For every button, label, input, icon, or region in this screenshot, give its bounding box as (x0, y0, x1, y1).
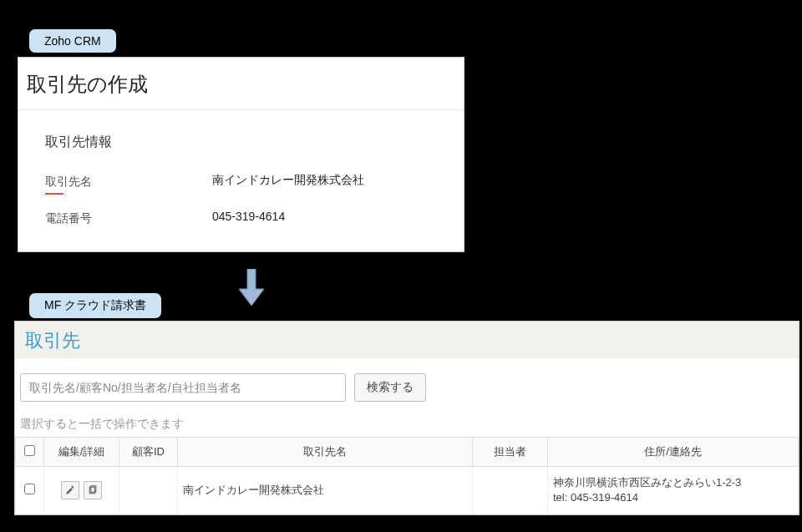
mf-hint-text: 選択すると一括で操作できます (15, 405, 799, 437)
mf-cloud-tag: MF クラウド請求書 (28, 292, 162, 319)
col-header-customer-id: 顧客ID (119, 438, 178, 467)
cell-name[interactable]: 南インドカレー開発株式会社 (178, 467, 473, 514)
zoho-field-name-label: 取引先名 (45, 173, 212, 195)
col-header-person: 担当者 (473, 438, 548, 467)
zoho-field-name-row: 取引先名 南インドカレー開発株式会社 (45, 173, 437, 195)
zoho-panel: 取引先の作成 取引先情報 取引先名 南インドカレー開発株式会社 電話番号 045… (18, 57, 464, 252)
search-input[interactable] (20, 373, 346, 402)
zoho-page-title: 取引先の作成 (18, 58, 464, 110)
select-all-checkbox[interactable] (24, 445, 35, 456)
col-header-checkbox (16, 438, 44, 467)
table-header-row: 編集/詳細 顧客ID 取引先名 担当者 住所/連絡先 (16, 438, 799, 467)
col-header-name: 取引先名 (178, 438, 473, 467)
pencil-icon (65, 485, 75, 495)
cell-customer-id (119, 467, 178, 514)
zoho-section: 取引先情報 取引先名 南インドカレー開発株式会社 電話番号 045-319-46… (18, 110, 464, 226)
mf-panel: 取引先 検索する 選択すると一括で操作できます 編集/詳細 顧客ID 取引先名 … (14, 321, 799, 515)
col-header-edit: 編集/詳細 (44, 438, 119, 467)
edit-button[interactable] (61, 481, 79, 499)
down-arrow-icon (239, 269, 264, 309)
row-checkbox[interactable] (24, 484, 35, 494)
search-button[interactable]: 検索する (354, 373, 426, 402)
zoho-field-phone-value[interactable]: 045-319-4614 (212, 210, 285, 223)
cell-person (473, 467, 548, 514)
address-line: 神奈川県横浜市西区みなとみらい1-2-3 (553, 475, 793, 490)
copy-icon (88, 485, 98, 495)
mf-page-title: 取引先 (25, 328, 789, 353)
detail-button[interactable] (84, 481, 102, 499)
tel-line: tel: 045-319-4614 (553, 490, 793, 505)
table-row: 南インドカレー開発株式会社 神奈川県横浜市西区みなとみらい1-2-3 tel: … (16, 467, 799, 514)
mf-search-row: 検索する (15, 358, 799, 405)
zoho-section-title: 取引先情報 (45, 134, 437, 151)
cell-address: 神奈川県横浜市西区みなとみらい1-2-3 tel: 045-319-4614 (548, 467, 799, 514)
col-header-address: 住所/連絡先 (548, 438, 799, 467)
zoho-field-phone-row: 電話番号 045-319-4614 (45, 210, 437, 226)
zoho-field-phone-label: 電話番号 (45, 210, 212, 226)
zoho-field-name-value[interactable]: 南インドカレー開発株式会社 (212, 173, 364, 188)
mf-header: 取引先 (15, 322, 799, 358)
zoho-crm-tag: Zoho CRM (28, 28, 117, 53)
mf-table: 編集/詳細 顧客ID 取引先名 担当者 住所/連絡先 (15, 437, 799, 514)
